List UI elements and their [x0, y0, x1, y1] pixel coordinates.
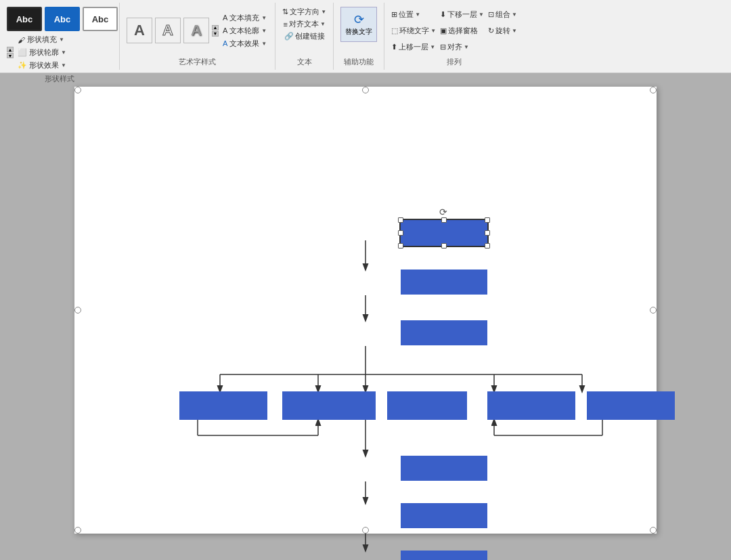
art-box-outline[interactable]: A: [155, 18, 181, 43]
canvas-handle-bl[interactable]: [74, 527, 81, 534]
move-back-item[interactable]: ⬇ 下移一层 ▼: [440, 9, 484, 20]
position-label: 位置: [399, 9, 414, 20]
handle-mr[interactable]: [485, 230, 490, 236]
text-effect-label: 文本效果: [229, 39, 259, 49]
text-effect-icon: A: [223, 39, 227, 47]
text-outline-label: 文本轮廓: [229, 26, 259, 36]
text-direction-item[interactable]: ⇅ 文字方向 ▼: [282, 7, 326, 17]
shape-scrollbar[interactable]: ▲ ▼: [7, 47, 14, 58]
group-label: 组合: [495, 9, 510, 20]
shape-fill-icon: 🖌: [18, 36, 25, 44]
art-scrollbar[interactable]: ▲ ▼: [212, 25, 219, 37]
flowchart-box-2[interactable]: [401, 270, 487, 295]
flowchart-box-9[interactable]: [401, 503, 487, 528]
flowchart-box-center[interactable]: [387, 391, 467, 420]
art-style-label: 艺术字样式: [179, 57, 216, 68]
shape-outline-item[interactable]: ⬜ 形状轮廓 ▼: [16, 47, 68, 58]
art-letter-1: A: [134, 22, 145, 39]
handle-bl[interactable]: [398, 243, 403, 249]
canvas-handle-br[interactable]: [650, 527, 657, 534]
canvas-handle-tl[interactable]: [74, 87, 81, 93]
shape-preview: Abc Abc Abc: [7, 7, 118, 31]
selection-pane-item[interactable]: ▣ 选择窗格: [440, 26, 484, 36]
shape-fill-arrow: ▼: [59, 37, 64, 43]
align-icon: ⊟: [440, 43, 446, 51]
replace-text-button[interactable]: ⟳ 替换文字: [340, 7, 377, 42]
move-front-item[interactable]: ⬆ 上移一层 ▼: [391, 42, 436, 52]
shape-box-white-label: Abc: [92, 14, 109, 24]
text-direction-arrow: ▼: [321, 9, 326, 15]
shape-box-white[interactable]: Abc: [83, 7, 118, 31]
text-effect-item[interactable]: A 文本效果 ▼: [221, 38, 268, 49]
replace-text-label: 替换文字: [345, 27, 372, 37]
art-scroll-down[interactable]: ▼: [212, 31, 219, 37]
flowchart-box-top[interactable]: ⟳: [401, 220, 487, 246]
arrange-section: ⊞ 位置 ▼ ⬇ 下移一层 ▼ ⊡ 组合 ▼ ⬚ 环绕文字 ▼ ▣ 选择窗格: [384, 3, 524, 70]
shape-fill-item[interactable]: 🖌 形状填充 ▼: [16, 34, 68, 45]
arrange-label: 排列: [447, 57, 462, 68]
text-direction-icon: ⇅: [282, 7, 288, 16]
text-align-arrow: ▼: [320, 21, 326, 27]
text-link-icon: 🔗: [284, 32, 294, 41]
shape-outline-label: 形状轮廓: [29, 47, 59, 58]
art-box-normal[interactable]: A: [127, 18, 152, 43]
wrap-text-label: 环绕文字: [399, 26, 429, 36]
canvas-handle-bottom[interactable]: [362, 527, 369, 534]
group-item[interactable]: ⊡ 组合 ▼: [488, 9, 517, 20]
move-back-icon: ⬇: [440, 10, 446, 19]
selection-pane-icon: ▣: [440, 26, 447, 35]
canvas-handle-right[interactable]: [650, 307, 657, 314]
align-item[interactable]: ⊟ 对齐 ▼: [440, 42, 484, 52]
rotate-handle[interactable]: ⟳: [439, 207, 449, 216]
flowchart-box-left2[interactable]: [282, 391, 376, 420]
shape-box-blue-label: Abc: [54, 14, 71, 24]
flowchart-box-left1[interactable]: [179, 391, 267, 420]
text-link-item[interactable]: 🔗 创建链接: [284, 31, 325, 41]
text-fill-icon: A: [223, 14, 227, 22]
wrap-text-arrow: ▼: [430, 28, 436, 34]
text-align-item[interactable]: ≡ 对齐文本 ▼: [284, 19, 326, 29]
handle-br[interactable]: [485, 243, 490, 249]
text-fill-item[interactable]: A 文本填充 ▼: [221, 12, 268, 24]
scroll-down-btn[interactable]: ▼: [7, 53, 14, 58]
handle-bc[interactable]: [441, 243, 447, 249]
shape-box-dark[interactable]: Abc: [7, 7, 42, 31]
flowchart-box-8[interactable]: [401, 456, 487, 481]
move-front-label: 上移一层: [399, 42, 428, 52]
shape-fill-label: 形状填充: [27, 35, 57, 45]
text-row-3: 🔗 创建链接: [284, 31, 325, 41]
wrap-text-item[interactable]: ⬚ 环绕文字 ▼: [391, 26, 436, 36]
text-direction-label: 文字方向: [290, 7, 319, 17]
canvas-handle-tr[interactable]: [650, 87, 657, 93]
position-item[interactable]: ⊞ 位置 ▼: [391, 9, 436, 20]
shape-effect-arrow: ▼: [61, 62, 66, 68]
text-row-2: ≡ 对齐文本 ▼: [284, 19, 326, 29]
handle-tl[interactable]: [398, 217, 403, 223]
flowchart-box-right1[interactable]: [487, 391, 575, 420]
move-back-label: 下移一层: [447, 9, 477, 20]
handle-tc[interactable]: [441, 217, 447, 223]
rotate-item[interactable]: ↻ 旋转 ▼: [488, 26, 517, 36]
art-box-shadow[interactable]: A: [183, 18, 209, 43]
rotate-label: 旋转: [495, 26, 510, 36]
rotate-icon: ↻: [488, 26, 494, 35]
canvas-handle-top[interactable]: [362, 87, 369, 93]
shape-effect-icon: ✨: [18, 61, 27, 70]
scroll-up-btn[interactable]: ▲: [7, 47, 14, 52]
shape-box-blue[interactable]: Abc: [45, 7, 80, 31]
flowchart-box-10[interactable]: [401, 551, 487, 560]
text-outline-item[interactable]: A 文本轮廓 ▼: [221, 25, 268, 37]
shape-box-dark-label: Abc: [16, 14, 33, 24]
flowchart-box-right2[interactable]: [587, 391, 675, 420]
text-align-label: 对齐文本: [289, 19, 319, 29]
shape-effect-item[interactable]: ✨ 形状效果 ▼: [16, 60, 68, 71]
handle-tr[interactable]: [485, 217, 490, 223]
selection-pane-label: 选择窗格: [448, 26, 478, 36]
document-canvas[interactable]: ⟳: [74, 87, 657, 534]
handle-ml[interactable]: [398, 230, 403, 236]
text-row-1: ⇅ 文字方向 ▼: [282, 7, 326, 17]
art-scroll-up[interactable]: ▲: [212, 25, 219, 30]
flowchart-box-3[interactable]: [401, 320, 487, 345]
art-letter-2: A: [162, 22, 173, 39]
canvas-handle-left[interactable]: [74, 307, 81, 314]
